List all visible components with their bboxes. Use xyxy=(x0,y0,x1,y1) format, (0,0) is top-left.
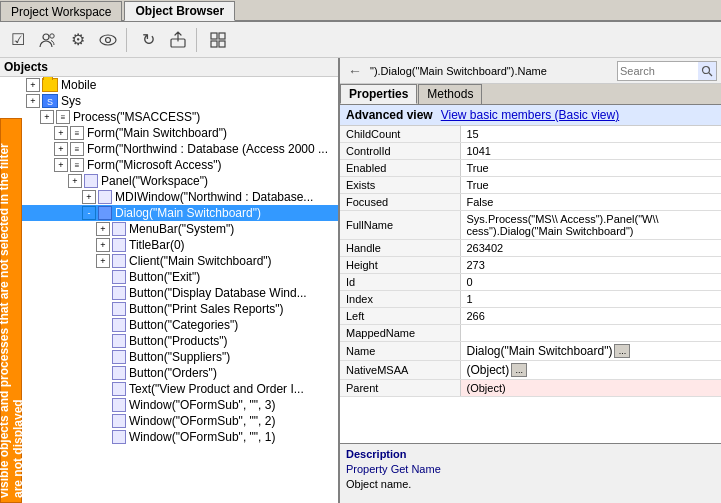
tab-object-browser[interactable]: Object Browser xyxy=(124,1,235,21)
tree-item-form-main[interactable]: + ≡ Form("Main Switchboard") xyxy=(0,125,338,141)
search-btn[interactable] xyxy=(698,62,716,80)
tree-item-sys[interactable]: + S Sys xyxy=(0,93,338,109)
tree-item-dialog-main[interactable]: - Dialog("Main Switchboard") xyxy=(0,205,338,221)
tree-label-titlebar: TitleBar(0) xyxy=(129,238,185,252)
tree-item-button-products[interactable]: Button("Products") xyxy=(0,333,338,349)
prop-name-mappedname: MappedName xyxy=(340,325,460,342)
tree-item-mobile[interactable]: + Mobile xyxy=(0,77,338,93)
expander-dialog-main[interactable]: - xyxy=(82,206,96,220)
tree-item-titlebar[interactable]: + TitleBar(0) xyxy=(0,237,338,253)
tab-project-workspace[interactable]: Project Workspace xyxy=(0,1,122,21)
expander-mobile[interactable]: + xyxy=(26,78,40,92)
props-container[interactable]: ChildCount 15 ControlId 1041 Enabled Tru… xyxy=(340,126,721,443)
refresh-btn[interactable]: ↻ xyxy=(134,26,162,54)
expander-panel-workspace[interactable]: + xyxy=(68,174,82,188)
expander-sys[interactable]: + xyxy=(26,94,40,108)
tree-item-button-display[interactable]: Button("Display Database Wind... xyxy=(0,285,338,301)
tree-label-form-main: Form("Main Switchboard") xyxy=(87,126,227,140)
expander-button-products xyxy=(96,334,110,348)
tree-label-window-2: Window("OFormSub", "", 2) xyxy=(129,414,275,428)
prop-name-left: Left xyxy=(340,308,460,325)
svg-rect-5 xyxy=(211,33,217,39)
tree-item-window-1[interactable]: Window("OFormSub", "", 1) xyxy=(0,429,338,445)
tree-item-text-view[interactable]: Text("View Product and Order I... xyxy=(0,381,338,397)
ctrl-icon-button-display xyxy=(112,286,126,300)
tree-item-button-print[interactable]: Button("Print Sales Reports") xyxy=(0,301,338,317)
ctrl-icon-button-print xyxy=(112,302,126,316)
tree-item-client-main[interactable]: + Client("Main Switchboard") xyxy=(0,253,338,269)
nativemsaa-value-btn[interactable]: ... xyxy=(511,363,527,377)
view-toggle-row: Advanced view View basic members (Basic … xyxy=(340,105,721,126)
tree-item-form-northwind[interactable]: + ≡ Form("Northwind : Database (Access 2… xyxy=(0,141,338,157)
tree-item-window-3[interactable]: Window("OFormSub", "", 3) xyxy=(0,397,338,413)
tab-object-browser-label: Object Browser xyxy=(135,4,224,18)
tree-item-button-exit[interactable]: Button("Exit") xyxy=(0,269,338,285)
tab-properties[interactable]: Properties xyxy=(340,84,417,104)
grid-btn[interactable] xyxy=(204,26,232,54)
back-btn[interactable]: ← xyxy=(344,61,366,81)
tree-item-window-2[interactable]: Window("OFormSub", "", 2) xyxy=(0,413,338,429)
checkbox-btn[interactable]: ☑ xyxy=(4,26,32,54)
name-value-text: Dialog("Main Switchboard") xyxy=(467,344,613,358)
svg-line-10 xyxy=(709,73,712,76)
prop-value-mappedname xyxy=(460,325,721,342)
tree-item-button-suppliers[interactable]: Button("Suppliers") xyxy=(0,349,338,365)
tree-item-form-msaccess[interactable]: + ≡ Form("Microsoft Access") xyxy=(0,157,338,173)
tree-label-sys: Sys xyxy=(61,94,81,108)
expander-mdiwindow[interactable]: + xyxy=(82,190,96,204)
ctrl-icon-button-suppliers xyxy=(112,350,126,364)
expander-menubar[interactable]: + xyxy=(96,222,110,236)
prop-value-id: 0 xyxy=(460,274,721,291)
expander-titlebar[interactable]: + xyxy=(96,238,110,252)
prop-row-left: Left 266 xyxy=(340,308,721,325)
expander-client-main[interactable]: + xyxy=(96,254,110,268)
tab-methods[interactable]: Methods xyxy=(418,84,482,104)
ctrl-icon-panel-workspace xyxy=(84,174,98,188)
prop-row-index: Index 1 xyxy=(340,291,721,308)
expander-button-orders xyxy=(96,366,110,380)
tree-item-menubar[interactable]: + MenuBar("System") xyxy=(0,221,338,237)
tree-item-button-categories[interactable]: Button("Categories") xyxy=(0,317,338,333)
prop-value-height: 273 xyxy=(460,257,721,274)
expander-process-msaccess[interactable]: + xyxy=(40,110,54,124)
tree-item-panel-workspace[interactable]: + Panel("Workspace") xyxy=(0,173,338,189)
expander-form-main[interactable]: + xyxy=(54,126,68,140)
prop-value-childcount: 15 xyxy=(460,126,721,143)
prop-value-controlid: 1041 xyxy=(460,143,721,160)
svg-rect-8 xyxy=(219,41,225,47)
expander-window-3 xyxy=(96,398,110,412)
tree-area[interactable]: + Mobile + S Sys + ≡ Process("MSACCESS")… xyxy=(0,77,338,503)
settings-btn[interactable]: ⚙ xyxy=(64,26,92,54)
doc-icon-form-msaccess: ≡ xyxy=(70,158,84,172)
prop-tabs: Properties Methods xyxy=(340,84,721,105)
svg-point-9 xyxy=(703,66,710,73)
prop-value-exists: True xyxy=(460,177,721,194)
name-value-btn[interactable]: ... xyxy=(614,344,630,358)
tree-item-button-orders[interactable]: Button("Orders") xyxy=(0,365,338,381)
prop-row-nativemsaa: NativeMSAA (Object) ... xyxy=(340,361,721,380)
objects-header-label: Objects xyxy=(4,60,48,74)
tree-label-window-1: Window("OFormSub", "", 1) xyxy=(129,430,275,444)
tab-methods-label: Methods xyxy=(427,87,473,101)
prop-row-focused: Focused False xyxy=(340,194,721,211)
expander-form-northwind[interactable]: + xyxy=(54,142,68,156)
description-text: Object name. xyxy=(346,478,715,490)
expander-button-exit xyxy=(96,270,110,284)
advanced-view-label: Advanced view xyxy=(346,108,433,122)
expander-form-msaccess[interactable]: + xyxy=(54,158,68,172)
export-btn[interactable] xyxy=(164,26,192,54)
expander-text-view xyxy=(96,382,110,396)
tree-item-process-msaccess[interactable]: + ≡ Process("MSACCESS") xyxy=(0,109,338,125)
basic-view-link[interactable]: View basic members (Basic view) xyxy=(441,108,620,122)
users-btn[interactable] xyxy=(34,26,62,54)
tab-properties-label: Properties xyxy=(349,87,408,101)
eye-btn[interactable] xyxy=(94,26,122,54)
expander-button-display xyxy=(96,286,110,300)
name-value-container: Dialog("Main Switchboard") ... xyxy=(467,344,716,358)
prop-name-exists: Exists xyxy=(340,177,460,194)
tree-item-mdiwindow[interactable]: + MDIWindow("Northwind : Database... xyxy=(0,189,338,205)
ctrl-icon-window-2 xyxy=(112,414,126,428)
svg-rect-7 xyxy=(211,41,217,47)
tree-label-button-suppliers: Button("Suppliers") xyxy=(129,350,230,364)
search-input[interactable] xyxy=(618,65,698,77)
